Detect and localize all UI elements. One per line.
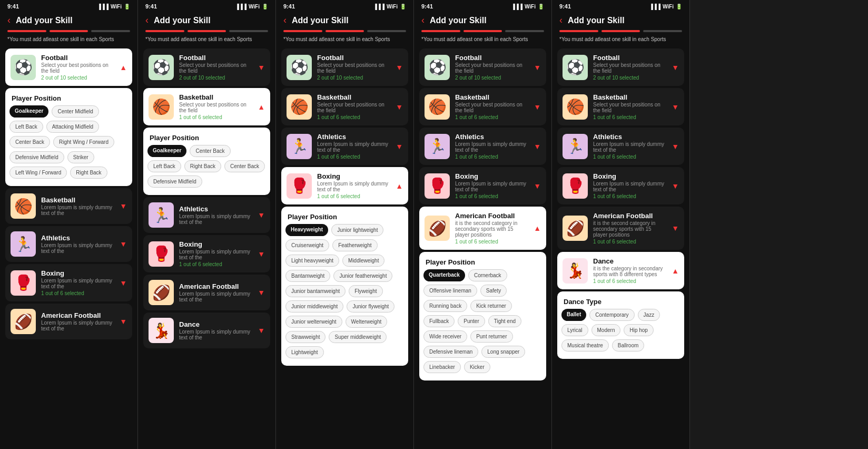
tag-10[interactable]: Punt returner — [470, 330, 512, 343]
tag-9[interactable]: Flyweight — [349, 285, 382, 297]
sport-icon: 🥊 — [563, 173, 588, 199]
tag-2[interactable]: Offensive lineman — [423, 285, 477, 297]
tag-5[interactable]: Defensive Midfield — [147, 175, 202, 188]
back-button[interactable]: ‹ — [7, 15, 11, 26]
tag-5[interactable]: Middleweight — [342, 255, 384, 267]
tag-3[interactable]: Featherweight — [332, 239, 377, 251]
sport-card-football[interactable]: ⚽ Football Select your best positions on… — [143, 48, 270, 86]
tag-7[interactable]: Punter — [458, 315, 485, 327]
tag-4[interactable]: Center Back — [9, 136, 50, 148]
scroll-area[interactable]: ⚽ Football Select your best positions on… — [414, 46, 551, 448]
tag-6[interactable]: Bantamweight — [285, 270, 330, 282]
sport-card-basketball[interactable]: 🏀 Basketball Lorem Ipsum is simply dummy… — [5, 188, 132, 224]
sport-card-american-football[interactable]: 🏈 American Football it is the second cat… — [557, 207, 684, 250]
sport-card-athletics[interactable]: 🏃 Athletics Lorem Ipsum is simply dummy … — [557, 128, 684, 165]
tag-8[interactable]: Left Wing / Forward — [9, 167, 67, 179]
tag-4[interactable]: Center Back — [224, 160, 265, 172]
sport-name: Athletics — [455, 133, 528, 141]
tag-1[interactable]: Junior lightweight — [331, 224, 383, 236]
scroll-area[interactable]: ⚽ Football Select your best positions on… — [0, 46, 137, 448]
tag-8[interactable]: Tight end — [488, 315, 521, 327]
tag-7[interactable]: Ballroom — [612, 339, 644, 352]
sport-card-dance[interactable]: 💃 Dance Lorem Ipsum is simply dummy text… — [143, 313, 270, 348]
sport-icon: ⚽ — [563, 55, 588, 80]
tag-9[interactable]: Right Back — [70, 167, 107, 179]
sport-desc: it is the second category in secondary s… — [593, 220, 666, 238]
sport-card-boxing-expanded[interactable]: 🥊 Boxing Lorem Ipsum is simply dummy tex… — [281, 167, 408, 204]
tag-7[interactable]: Junior featherweight — [333, 270, 392, 282]
sport-card-american-football[interactable]: 🏈 American Football Lorem Ipsum is simpl… — [5, 304, 132, 339]
tag-11[interactable]: Defensive lineman — [423, 346, 478, 358]
tag-2[interactable]: Left Back — [147, 160, 181, 172]
tag-12[interactable]: Long snapper — [481, 346, 525, 358]
sport-name: American Football — [179, 282, 252, 290]
tag-1[interactable]: Cornerback — [468, 269, 507, 281]
tag-0[interactable]: Ballet — [561, 309, 586, 321]
sport-card-basketball[interactable]: 🏀 Basketball Select your best positions … — [419, 88, 546, 125]
tag-0[interactable]: Heavyweight — [285, 224, 328, 236]
sport-card-athletics[interactable]: 🏃 Athletics Lorem Ipsum is simply dummy … — [5, 226, 132, 262]
tag-8[interactable]: Junior bantamweight — [285, 285, 346, 297]
tag-13[interactable]: Welterweight — [346, 316, 388, 328]
back-button[interactable]: ‹ — [421, 15, 425, 26]
sport-card-basketball[interactable]: 🏀 Basketball Select your best positions … — [557, 88, 684, 125]
sport-desc: Select your best positions on the field — [593, 62, 666, 74]
sport-card-boxing[interactable]: 🥊 Boxing Lorem Ipsum is simply dummy tex… — [557, 167, 684, 204]
tag-16[interactable]: Lightweight — [285, 346, 324, 358]
tag-13[interactable]: Linebacker — [423, 361, 461, 373]
sport-card-basketball[interactable]: 🏀 Basketball Select your best positions … — [281, 88, 408, 125]
tag-12[interactable]: Junior welterweight — [285, 316, 342, 328]
tag-1[interactable]: Center Back — [190, 145, 230, 157]
tag-3[interactable]: Attacking Midfield — [46, 121, 99, 133]
sport-card-boxing[interactable]: 🥊 Boxing Lorem Ipsum is simply dummy tex… — [5, 264, 132, 301]
tag-11[interactable]: Junior flyweight — [347, 300, 394, 313]
scroll-area[interactable]: ⚽ Football Select your best positions on… — [276, 46, 413, 448]
sport-card-basketball-expanded[interactable]: 🏀 Basketball Select your best positions … — [143, 88, 270, 125]
sport-card-football[interactable]: ⚽ Football Select your best positions on… — [557, 48, 684, 86]
tag-3[interactable]: Right Back — [184, 160, 221, 172]
tag-2[interactable]: Left Back — [9, 121, 43, 133]
tag-4[interactable]: Light heavyweight — [285, 255, 339, 267]
tag-10[interactable]: Junior middleweight — [285, 300, 343, 313]
tag-3[interactable]: Safety — [480, 285, 507, 297]
sport-card-dance-expanded[interactable]: 💃 Dance it is the category in secondary … — [557, 252, 684, 289]
tag-2[interactable]: Cruiserweight — [285, 239, 329, 251]
tag-1[interactable]: Contemporary — [589, 309, 634, 321]
tag-6[interactable]: Musical theatre — [561, 339, 609, 352]
phone-screen-1: 9:41 ▐▐▐ WiFi 🔋 ‹ Add your Skill *You mu… — [0, 0, 138, 449]
tag-5[interactable]: Right Wing / Forward — [53, 136, 114, 148]
tag-0[interactable]: Quarterback — [423, 269, 465, 281]
chevron-icon: ▼ — [258, 250, 265, 258]
sport-card-american-football-expanded[interactable]: 🏈 American Football it is the second cat… — [419, 207, 546, 250]
tag-14[interactable]: Strawweight — [285, 331, 326, 343]
tag-9[interactable]: Wide receiver — [423, 330, 467, 343]
sport-card-boxing[interactable]: 🥊 Boxing Lorem Ipsum is simply dummy tex… — [143, 235, 270, 272]
scroll-area[interactable]: ⚽ Football Select your best positions on… — [138, 46, 275, 448]
sport-card-athletics[interactable]: 🏃 Athletics Lorem Ipsum is simply dummy … — [143, 197, 270, 233]
tag-4[interactable]: Modern — [591, 324, 621, 336]
sport-card-football-expanded[interactable]: ⚽ Football Select your best positions on… — [5, 48, 132, 86]
tag-4[interactable]: Running back — [423, 300, 467, 312]
tag-6[interactable]: Defensive Midfield — [9, 151, 64, 163]
sport-card-athletics[interactable]: 🏃 Athletics Lorem Ipsum is simply dummy … — [419, 128, 546, 165]
sport-card-football[interactable]: ⚽ Football Select your best positions on… — [419, 48, 546, 86]
sport-card-football[interactable]: ⚽ Football Select your best positions on… — [281, 48, 408, 86]
back-button[interactable]: ‹ — [559, 15, 563, 26]
tag-0[interactable]: Goalkeeper — [9, 105, 48, 118]
back-button[interactable]: ‹ — [283, 15, 287, 26]
tag-5[interactable]: Hip hop — [624, 324, 653, 336]
sport-card-american-football[interactable]: 🏈 American Football Lorem Ipsum is simpl… — [143, 275, 270, 310]
tag-15[interactable]: Super middleweight — [329, 331, 387, 343]
tag-7[interactable]: Striker — [67, 151, 94, 163]
sport-card-boxing[interactable]: 🥊 Boxing Lorem Ipsum is simply dummy tex… — [419, 167, 546, 204]
tag-6[interactable]: Fullback — [423, 315, 455, 327]
tag-3[interactable]: Lyrical — [561, 324, 588, 336]
tag-1[interactable]: Center Midfield — [52, 105, 98, 118]
tag-0[interactable]: Goalkeeper — [147, 145, 186, 157]
scroll-area[interactable]: ⚽ Football Select your best positions on… — [552, 46, 689, 448]
tag-5[interactable]: Kick returner — [470, 300, 512, 312]
sport-card-athletics[interactable]: 🏃 Athletics Lorem Ipsum is simply dummy … — [281, 128, 408, 165]
tag-2[interactable]: Jazz — [638, 309, 660, 321]
back-button[interactable]: ‹ — [145, 15, 149, 26]
tag-14[interactable]: Kicker — [464, 361, 490, 373]
